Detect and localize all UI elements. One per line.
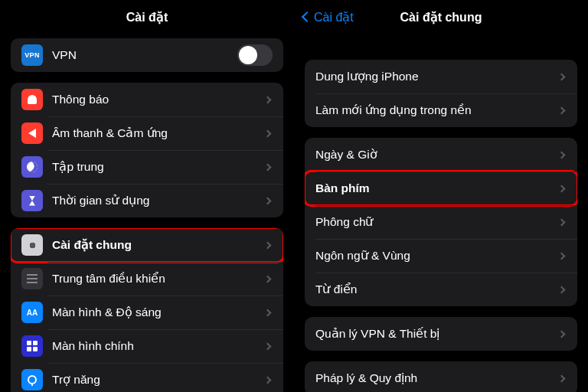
row-label: Bàn phím bbox=[315, 181, 559, 195]
row-vpn-device-management[interactable]: Quản lý VPN & Thiết bị bbox=[305, 317, 577, 351]
row-label: Cài đặt chung bbox=[52, 238, 265, 252]
row-general[interactable]: Cài đặt chung bbox=[11, 228, 283, 262]
chevron-right-icon bbox=[558, 330, 566, 338]
row-label: Trợ năng bbox=[52, 373, 265, 387]
row-label: Tập trung bbox=[52, 160, 265, 174]
chevron-right-icon bbox=[264, 241, 272, 249]
row-fonts[interactable]: Phông chữ bbox=[305, 205, 577, 239]
row-label: Trung tâm điều khiển bbox=[52, 272, 265, 286]
row-screentime[interactable]: Thời gian sử dụng bbox=[11, 184, 283, 217]
group-vpn: VPN VPN bbox=[11, 38, 283, 72]
group-storage: Dung lượng iPhone Làm mới ứng dụng trong… bbox=[305, 60, 577, 127]
grid-icon bbox=[21, 335, 43, 357]
group-vpn-device: Quản lý VPN & Thiết bị bbox=[305, 317, 577, 351]
row-label: Phông chữ bbox=[315, 215, 559, 229]
header: Cài đặt bbox=[0, 0, 294, 34]
speaker-icon bbox=[21, 122, 43, 144]
sliders-icon bbox=[21, 268, 43, 289]
moon-icon bbox=[21, 156, 43, 178]
row-label: Dung lượng iPhone bbox=[315, 70, 559, 83]
row-notifications[interactable]: Thông báo bbox=[11, 83, 283, 116]
content: Dung lượng iPhone Làm mới ứng dụng trong… bbox=[294, 60, 588, 392]
chevron-right-icon bbox=[558, 374, 566, 382]
back-label: Cài đặt bbox=[314, 10, 354, 24]
header: Cài đặt Cài đặt chung bbox=[294, 0, 588, 34]
content: VPN VPN Thông báo Âm thanh & Cảm ứng Tập… bbox=[0, 38, 294, 392]
page-title: Cài đặt bbox=[126, 10, 168, 24]
chevron-right-icon bbox=[558, 106, 566, 114]
chevron-right-icon bbox=[264, 376, 272, 384]
row-homescreen[interactable]: Màn hình chính bbox=[11, 329, 283, 363]
row-control-center[interactable]: Trung tâm điều khiển bbox=[11, 262, 283, 296]
row-legal[interactable]: Pháp lý & Quy định bbox=[305, 361, 577, 392]
row-label: VPN bbox=[52, 48, 237, 62]
page-title: Cài đặt chung bbox=[400, 10, 482, 24]
chevron-right-icon bbox=[558, 252, 566, 260]
vpn-toggle[interactable] bbox=[237, 44, 273, 66]
row-label: Thời gian sử dụng bbox=[52, 194, 265, 207]
row-label: Âm thanh & Cảm ứng bbox=[52, 126, 265, 140]
group-notifications: Thông báo Âm thanh & Cảm ứng Tập trung T… bbox=[11, 83, 283, 217]
row-background-refresh[interactable]: Làm mới ứng dụng trong nền bbox=[305, 93, 577, 127]
chevron-right-icon bbox=[558, 73, 566, 80]
chevron-right-icon bbox=[264, 96, 272, 103]
accessibility-icon bbox=[21, 369, 43, 390]
row-label: Màn hình & Độ sáng bbox=[52, 305, 265, 319]
chevron-right-icon bbox=[264, 163, 272, 171]
row-language-region[interactable]: Ngôn ngữ & Vùng bbox=[305, 239, 577, 273]
toggle-knob bbox=[239, 46, 257, 64]
row-iphone-storage[interactable]: Dung lượng iPhone bbox=[305, 60, 577, 93]
row-vpn[interactable]: VPN VPN bbox=[11, 38, 283, 72]
chevron-right-icon bbox=[264, 342, 272, 350]
row-accessibility[interactable]: Trợ năng bbox=[11, 363, 283, 392]
hourglass-icon bbox=[21, 190, 43, 211]
gear-icon bbox=[21, 234, 43, 256]
row-label: Ngày & Giờ bbox=[315, 148, 559, 162]
chevron-right-icon bbox=[264, 275, 272, 283]
row-label: Ngôn ngữ & Vùng bbox=[315, 249, 559, 263]
row-keyboard[interactable]: Bàn phím bbox=[305, 172, 577, 205]
row-sounds[interactable]: Âm thanh & Cảm ứng bbox=[11, 116, 283, 150]
row-focus[interactable]: Tập trung bbox=[11, 150, 283, 184]
chevron-right-icon bbox=[558, 185, 566, 192]
group-general: Cài đặt chung Trung tâm điều khiển AA Mà… bbox=[11, 228, 283, 392]
group-system: Ngày & Giờ Bàn phím Phông chữ Ngôn ngữ &… bbox=[305, 138, 577, 306]
bell-icon bbox=[21, 89, 43, 110]
vpn-icon: VPN bbox=[21, 44, 43, 66]
row-label: Quản lý VPN & Thiết bị bbox=[315, 327, 559, 341]
back-button[interactable]: Cài đặt bbox=[303, 10, 354, 24]
row-label: Làm mới ứng dụng trong nền bbox=[315, 103, 559, 117]
chevron-right-icon bbox=[558, 151, 566, 158]
chevron-right-icon bbox=[264, 309, 272, 316]
row-display[interactable]: AA Màn hình & Độ sáng bbox=[11, 296, 283, 329]
row-dictionary[interactable]: Từ điển bbox=[305, 273, 577, 306]
general-settings-panel: Cài đặt Cài đặt chung Dung lượng iPhone … bbox=[294, 0, 588, 392]
row-label: Màn hình chính bbox=[52, 339, 265, 353]
row-label: Pháp lý & Quy định bbox=[315, 371, 559, 385]
text-size-icon: AA bbox=[21, 302, 43, 323]
group-legal: Pháp lý & Quy định bbox=[305, 361, 577, 392]
chevron-right-icon bbox=[264, 197, 272, 204]
chevron-right-icon bbox=[558, 286, 566, 293]
row-label: Thông báo bbox=[52, 93, 265, 106]
chevron-left-icon bbox=[302, 11, 312, 22]
row-date-time[interactable]: Ngày & Giờ bbox=[305, 138, 577, 172]
settings-root-panel: Cài đặt VPN VPN Thông báo Âm thanh & Cảm… bbox=[0, 0, 294, 392]
row-label: Từ điển bbox=[315, 283, 559, 296]
chevron-right-icon bbox=[558, 218, 566, 226]
chevron-right-icon bbox=[264, 129, 272, 137]
